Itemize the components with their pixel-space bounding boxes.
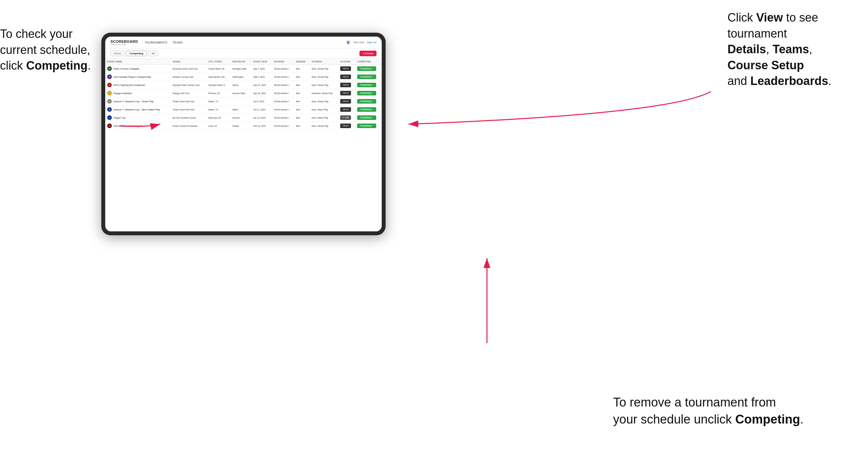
- event-name-text: John A. Burns Intercollegiate: [114, 125, 143, 127]
- nav-teams[interactable]: TEAMS: [173, 39, 183, 45]
- competing-cell: Competing ✓: [355, 105, 382, 114]
- col-start-date: START DATE: [251, 59, 272, 65]
- view-button[interactable]: View ℹ: [340, 74, 351, 79]
- cell-hosted_by: Arizona: [230, 114, 251, 122]
- view-button[interactable]: View ℹ: [340, 107, 351, 112]
- view-button[interactable]: View ℹ: [340, 66, 351, 71]
- cell-start_date: Sep 15, 2023: [251, 81, 272, 89]
- cell-hosted_by: Washington: [230, 73, 251, 81]
- cell-venue: Trinity Forest Golf Club: [170, 97, 206, 105]
- table-row: H John A. Burns Intercollegiate Ocean Co…: [105, 122, 382, 130]
- actions-cell: View ℹ: [338, 81, 355, 89]
- view-button[interactable]: View ℹ: [340, 83, 351, 87]
- nav-signout[interactable]: Sign out: [367, 41, 376, 44]
- team-logo: J: [107, 99, 112, 103]
- col-actions: ACTIONS: [338, 59, 355, 65]
- cell-city_state: Olympia Fields, IL: [206, 81, 230, 89]
- competing-button[interactable]: Competing ✓: [357, 99, 376, 103]
- event-name-cell: W 2023 Sahalee Players Championship: [107, 74, 168, 79]
- edit-button[interactable]: ✏ Edit: [340, 115, 351, 120]
- actions-cell: View ℹ: [338, 97, 355, 105]
- event-name-text: 2023 Sahalee Players Championship: [114, 76, 151, 78]
- tablet-frame: SCOREBOARD Powered by clippi TOURNAMENTS…: [101, 33, 385, 235]
- navbar: SCOREBOARD Powered by clippi TOURNAMENTS…: [105, 37, 382, 49]
- nav-links: TOURNAMENTS TEAMS: [145, 39, 346, 45]
- cell-division: NCAA Division I: [272, 114, 294, 122]
- cell-gender: Men: [294, 65, 310, 73]
- actions-cell: View ℹ: [338, 73, 355, 81]
- cell-city_state: Dallas, TX: [206, 105, 230, 114]
- table-row: P Papago Individual Papago Golf ClubPhoe…: [105, 89, 382, 97]
- event-name-cell: J Jackson T. Stephens Cup – Stroke Play: [107, 99, 168, 103]
- cell-scoring: team, Stroke Play: [310, 97, 339, 105]
- table-row: A Copper Cup Ak-Chin Southern DunesMaric…: [105, 114, 382, 122]
- user-icon: 👤: [346, 40, 351, 45]
- cell-hosted_by: Illinois: [230, 81, 251, 89]
- cell-city_state: Sammamish, WA: [206, 73, 230, 81]
- cell-start_date: Oct 9, 2023: [251, 97, 272, 105]
- annotation-topright: Click View to see tournament Details, Te…: [727, 10, 865, 89]
- cell-scoring: team, Stroke Play: [310, 122, 339, 130]
- col-hosted-by: HOSTED BY: [230, 59, 251, 65]
- event-name-cell: J Jackson T. Stephens Cup – Men's Match …: [107, 107, 168, 112]
- cell-venue: American Dunes Golf Club: [170, 65, 206, 73]
- actions-cell: View ℹ: [338, 105, 355, 114]
- event-name-text: Copper Cup: [114, 117, 126, 119]
- cell-hosted_by: Michigan State: [230, 65, 251, 73]
- cell-gender: Men: [294, 81, 310, 89]
- competing-button[interactable]: Competing ✓: [357, 107, 376, 112]
- cell-gender: Men: [294, 73, 310, 81]
- competing-button[interactable]: Competing ✓: [357, 124, 376, 128]
- view-button[interactable]: View ℹ: [340, 99, 351, 103]
- view-button[interactable]: View ℹ: [340, 124, 351, 128]
- cell-scoring: team, Stroke Play: [310, 73, 339, 81]
- cell-start_date: Feb 15, 2024: [251, 122, 272, 130]
- competing-button[interactable]: Competing ✓: [357, 74, 376, 79]
- cell-start_date: Sep 18, 2023: [251, 89, 272, 97]
- create-button[interactable]: + Create: [360, 51, 376, 56]
- cell-scoring: team, Stroke Play: [310, 81, 339, 89]
- nav-user: Test User: [353, 41, 364, 44]
- cell-hosted_by: ABAC: [230, 105, 251, 114]
- cell-division: NCAA Division I: [272, 105, 294, 114]
- cell-gender: Men: [294, 97, 310, 105]
- event-name-text: Jackson T. Stephens Cup – Stroke Play: [114, 100, 154, 103]
- cell-division: NCAA Division I: [272, 65, 294, 73]
- competing-button[interactable]: Competing ✓: [357, 91, 376, 95]
- cell-city_state: Grand Haven, MI: [206, 65, 230, 73]
- col-gender: GENDER: [294, 59, 310, 65]
- col-competing: COMPETING: [355, 59, 382, 65]
- cell-gender: Men: [294, 105, 310, 114]
- table-row: J Jackson T. Stephens Cup – Men's Match …: [105, 105, 382, 114]
- tablet-screen: SCOREBOARD Powered by clippi TOURNAMENTS…: [105, 37, 382, 231]
- cell-hosted_by: Arizona State: [230, 89, 251, 97]
- table-container: EVENT NAME VENUE CITY, STATE HOSTED BY S…: [105, 59, 382, 231]
- annotation-topleft: To check your current schedule, click Co…: [0, 26, 124, 74]
- tab-all[interactable]: All: [148, 51, 158, 56]
- cell-gender: Men: [294, 89, 310, 97]
- competing-cell: Competing ✓: [355, 89, 382, 97]
- cell-start_date: Sep 9, 2023: [251, 73, 272, 81]
- actions-cell: ✏ Edit: [338, 114, 355, 122]
- team-logo: P: [107, 91, 112, 95]
- nav-right: 👤 Test User Sign out: [346, 40, 376, 45]
- competing-button[interactable]: Competing ✓: [357, 66, 376, 71]
- actions-cell: View ℹ: [338, 89, 355, 97]
- tab-competing[interactable]: Competing: [126, 51, 147, 56]
- cell-city_state: Maricopa, AZ: [206, 114, 230, 122]
- cell-start_date: Sep 4, 2023: [251, 65, 272, 73]
- competing-button[interactable]: Competing ✓: [357, 115, 376, 120]
- nav-tournaments[interactable]: TOURNAMENTS: [145, 39, 167, 45]
- competing-button[interactable]: Competing ✓: [357, 83, 376, 87]
- view-button[interactable]: View ℹ: [340, 91, 351, 95]
- cell-venue: Trinity Forest Golf Club: [170, 105, 206, 114]
- event-name-cell: P Papago Individual: [107, 91, 168, 95]
- cell-gender: Men: [294, 122, 310, 130]
- event-name-cell: A Copper Cup: [107, 115, 168, 120]
- cell-city_state: Phoenix, AZ: [206, 89, 230, 97]
- cell-scoring: individual, Stroke Play: [310, 89, 339, 97]
- cell-scoring: team, Match Play: [310, 114, 339, 122]
- competing-cell: Competing ✓: [355, 114, 382, 122]
- team-logo: A: [107, 115, 112, 120]
- actions-cell: View ℹ: [338, 122, 355, 130]
